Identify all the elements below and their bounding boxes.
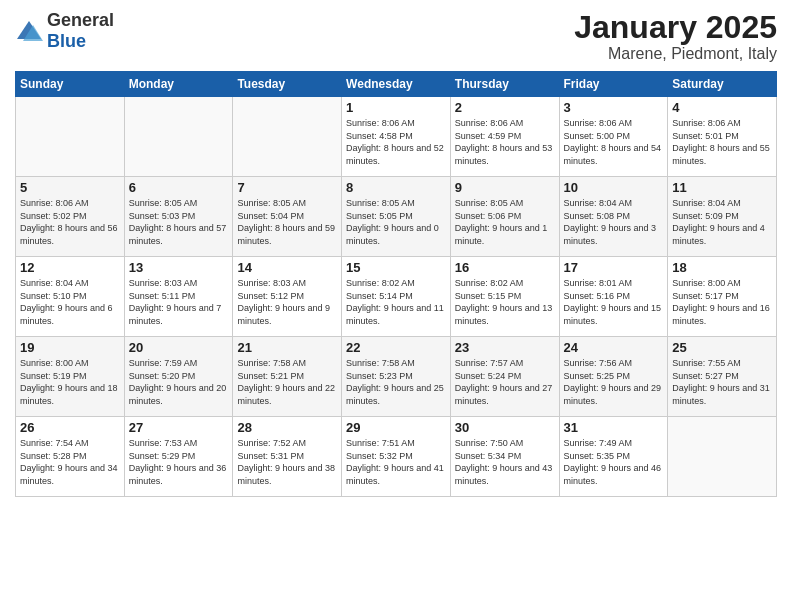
day-info: Sunrise: 8:05 AM Sunset: 5:06 PM Dayligh… [455, 197, 555, 247]
header: General Blue January 2025 Marene, Piedmo… [15, 10, 777, 63]
calendar-cell: 21Sunrise: 7:58 AM Sunset: 5:21 PM Dayli… [233, 337, 342, 417]
calendar-cell: 7Sunrise: 8:05 AM Sunset: 5:04 PM Daylig… [233, 177, 342, 257]
day-info: Sunrise: 8:04 AM Sunset: 5:08 PM Dayligh… [564, 197, 664, 247]
day-info: Sunrise: 8:02 AM Sunset: 5:15 PM Dayligh… [455, 277, 555, 327]
calendar-week-2: 12Sunrise: 8:04 AM Sunset: 5:10 PM Dayli… [16, 257, 777, 337]
day-number: 28 [237, 420, 337, 435]
day-number: 27 [129, 420, 229, 435]
calendar-cell: 5Sunrise: 8:06 AM Sunset: 5:02 PM Daylig… [16, 177, 125, 257]
day-number: 18 [672, 260, 772, 275]
day-info: Sunrise: 8:06 AM Sunset: 5:02 PM Dayligh… [20, 197, 120, 247]
calendar-cell: 26Sunrise: 7:54 AM Sunset: 5:28 PM Dayli… [16, 417, 125, 497]
calendar-cell: 25Sunrise: 7:55 AM Sunset: 5:27 PM Dayli… [668, 337, 777, 417]
calendar-cell: 14Sunrise: 8:03 AM Sunset: 5:12 PM Dayli… [233, 257, 342, 337]
day-number: 9 [455, 180, 555, 195]
logo-blue: Blue [47, 31, 86, 51]
day-number: 7 [237, 180, 337, 195]
day-number: 30 [455, 420, 555, 435]
day-number: 3 [564, 100, 664, 115]
day-info: Sunrise: 8:05 AM Sunset: 5:03 PM Dayligh… [129, 197, 229, 247]
day-number: 23 [455, 340, 555, 355]
day-number: 31 [564, 420, 664, 435]
calendar-cell: 3Sunrise: 8:06 AM Sunset: 5:00 PM Daylig… [559, 97, 668, 177]
day-info: Sunrise: 7:59 AM Sunset: 5:20 PM Dayligh… [129, 357, 229, 407]
day-number: 6 [129, 180, 229, 195]
day-number: 10 [564, 180, 664, 195]
day-number: 29 [346, 420, 446, 435]
calendar-cell [668, 417, 777, 497]
calendar-cell: 17Sunrise: 8:01 AM Sunset: 5:16 PM Dayli… [559, 257, 668, 337]
day-info: Sunrise: 8:06 AM Sunset: 5:00 PM Dayligh… [564, 117, 664, 167]
day-info: Sunrise: 7:58 AM Sunset: 5:23 PM Dayligh… [346, 357, 446, 407]
day-number: 16 [455, 260, 555, 275]
day-info: Sunrise: 7:52 AM Sunset: 5:31 PM Dayligh… [237, 437, 337, 487]
calendar-subtitle: Marene, Piedmont, Italy [574, 45, 777, 63]
day-header-sunday: Sunday [16, 72, 125, 97]
calendar-week-3: 19Sunrise: 8:00 AM Sunset: 5:19 PM Dayli… [16, 337, 777, 417]
day-info: Sunrise: 8:00 AM Sunset: 5:17 PM Dayligh… [672, 277, 772, 327]
calendar-cell: 24Sunrise: 7:56 AM Sunset: 5:25 PM Dayli… [559, 337, 668, 417]
calendar-cell: 4Sunrise: 8:06 AM Sunset: 5:01 PM Daylig… [668, 97, 777, 177]
calendar-week-0: 1Sunrise: 8:06 AM Sunset: 4:58 PM Daylig… [16, 97, 777, 177]
calendar-cell: 2Sunrise: 8:06 AM Sunset: 4:59 PM Daylig… [450, 97, 559, 177]
day-number: 4 [672, 100, 772, 115]
day-number: 20 [129, 340, 229, 355]
day-number: 26 [20, 420, 120, 435]
calendar-container: General Blue January 2025 Marene, Piedmo… [0, 0, 792, 502]
day-header-thursday: Thursday [450, 72, 559, 97]
logo-icon [15, 17, 43, 45]
day-number: 21 [237, 340, 337, 355]
calendar-header-row: SundayMondayTuesdayWednesdayThursdayFrid… [16, 72, 777, 97]
day-number: 24 [564, 340, 664, 355]
day-info: Sunrise: 8:06 AM Sunset: 4:59 PM Dayligh… [455, 117, 555, 167]
day-number: 19 [20, 340, 120, 355]
calendar-title: January 2025 [574, 10, 777, 45]
logo-general: General [47, 10, 114, 30]
calendar-table: SundayMondayTuesdayWednesdayThursdayFrid… [15, 71, 777, 497]
day-header-tuesday: Tuesday [233, 72, 342, 97]
day-number: 22 [346, 340, 446, 355]
day-number: 25 [672, 340, 772, 355]
calendar-cell [16, 97, 125, 177]
day-info: Sunrise: 7:57 AM Sunset: 5:24 PM Dayligh… [455, 357, 555, 407]
day-number: 15 [346, 260, 446, 275]
logo: General Blue [15, 10, 114, 52]
day-header-saturday: Saturday [668, 72, 777, 97]
calendar-week-1: 5Sunrise: 8:06 AM Sunset: 5:02 PM Daylig… [16, 177, 777, 257]
calendar-cell: 16Sunrise: 8:02 AM Sunset: 5:15 PM Dayli… [450, 257, 559, 337]
calendar-cell: 22Sunrise: 7:58 AM Sunset: 5:23 PM Dayli… [342, 337, 451, 417]
day-info: Sunrise: 8:03 AM Sunset: 5:11 PM Dayligh… [129, 277, 229, 327]
day-number: 2 [455, 100, 555, 115]
day-number: 5 [20, 180, 120, 195]
day-info: Sunrise: 7:53 AM Sunset: 5:29 PM Dayligh… [129, 437, 229, 487]
day-info: Sunrise: 8:00 AM Sunset: 5:19 PM Dayligh… [20, 357, 120, 407]
calendar-week-4: 26Sunrise: 7:54 AM Sunset: 5:28 PM Dayli… [16, 417, 777, 497]
day-number: 8 [346, 180, 446, 195]
calendar-cell: 8Sunrise: 8:05 AM Sunset: 5:05 PM Daylig… [342, 177, 451, 257]
calendar-cell [124, 97, 233, 177]
day-info: Sunrise: 8:05 AM Sunset: 5:05 PM Dayligh… [346, 197, 446, 247]
calendar-cell: 11Sunrise: 8:04 AM Sunset: 5:09 PM Dayli… [668, 177, 777, 257]
day-header-friday: Friday [559, 72, 668, 97]
day-info: Sunrise: 8:06 AM Sunset: 5:01 PM Dayligh… [672, 117, 772, 167]
day-info: Sunrise: 8:01 AM Sunset: 5:16 PM Dayligh… [564, 277, 664, 327]
calendar-cell: 9Sunrise: 8:05 AM Sunset: 5:06 PM Daylig… [450, 177, 559, 257]
calendar-cell: 1Sunrise: 8:06 AM Sunset: 4:58 PM Daylig… [342, 97, 451, 177]
day-info: Sunrise: 8:03 AM Sunset: 5:12 PM Dayligh… [237, 277, 337, 327]
calendar-cell: 15Sunrise: 8:02 AM Sunset: 5:14 PM Dayli… [342, 257, 451, 337]
day-info: Sunrise: 7:55 AM Sunset: 5:27 PM Dayligh… [672, 357, 772, 407]
calendar-cell [233, 97, 342, 177]
day-number: 12 [20, 260, 120, 275]
day-number: 1 [346, 100, 446, 115]
day-info: Sunrise: 8:04 AM Sunset: 5:10 PM Dayligh… [20, 277, 120, 327]
calendar-cell: 6Sunrise: 8:05 AM Sunset: 5:03 PM Daylig… [124, 177, 233, 257]
day-info: Sunrise: 7:51 AM Sunset: 5:32 PM Dayligh… [346, 437, 446, 487]
day-info: Sunrise: 7:58 AM Sunset: 5:21 PM Dayligh… [237, 357, 337, 407]
calendar-cell: 18Sunrise: 8:00 AM Sunset: 5:17 PM Dayli… [668, 257, 777, 337]
day-header-wednesday: Wednesday [342, 72, 451, 97]
calendar-cell: 27Sunrise: 7:53 AM Sunset: 5:29 PM Dayli… [124, 417, 233, 497]
day-number: 13 [129, 260, 229, 275]
day-number: 17 [564, 260, 664, 275]
calendar-cell: 29Sunrise: 7:51 AM Sunset: 5:32 PM Dayli… [342, 417, 451, 497]
calendar-cell: 12Sunrise: 8:04 AM Sunset: 5:10 PM Dayli… [16, 257, 125, 337]
